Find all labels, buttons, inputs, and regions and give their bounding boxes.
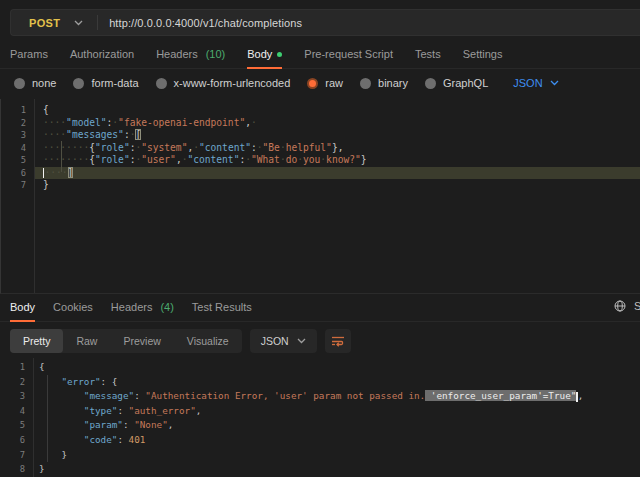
code-line[interactable]: 8} <box>0 462 640 477</box>
radio-x-www-form-urlencoded[interactable]: x-www-form-urlencoded <box>156 77 291 89</box>
code-token: [ <box>135 129 141 140</box>
code-token: "role" <box>95 142 130 153</box>
radio-binary[interactable]: binary <box>360 77 408 89</box>
tab-response-headers[interactable]: Headers(4) <box>111 301 174 313</box>
radio-none[interactable]: none <box>14 77 56 89</box>
wrap-text-icon <box>331 335 345 348</box>
code-line[interactable]: 5········{"role":·"user",·"content":·"Wh… <box>1 154 640 167</box>
code-token: } <box>39 463 45 474</box>
code-token <box>39 376 61 387</box>
code-token: }, <box>332 142 344 153</box>
code-line[interactable]: 1{ <box>1 104 640 117</box>
code-token: "role" <box>95 154 130 165</box>
code-token: "Authentication Error, 'user' param not … <box>145 390 425 401</box>
line-number: 3 <box>0 389 33 404</box>
code-token: "user" <box>141 154 176 165</box>
code-token: 401 <box>129 434 146 445</box>
code-token: "auth_error" <box>129 405 196 416</box>
view-pretty[interactable]: Pretty <box>10 329 63 353</box>
code-token: you <box>303 154 320 165</box>
code-token: "None" <box>134 419 168 430</box>
code-line[interactable]: 4 "type": "auth_error", <box>0 404 640 419</box>
tab-settings[interactable]: Settings <box>463 48 503 60</box>
radio-icon <box>14 78 25 89</box>
code-token: 'enforce_user_param'=True" <box>425 390 576 401</box>
code-line[interactable]: 1{ <box>0 360 640 375</box>
indent-guide <box>61 141 62 172</box>
code-token: , <box>578 390 584 401</box>
radio-selected-icon <box>307 78 318 89</box>
line-number: 2 <box>0 375 33 390</box>
tab-tests[interactable]: Tests <box>415 48 441 60</box>
radio-form-data[interactable]: form-data <box>73 77 138 89</box>
code-token: do <box>286 154 298 165</box>
tab-test-results[interactable]: Test Results <box>192 301 252 313</box>
code-token: ···· <box>44 167 67 178</box>
code-token: : <box>117 434 128 445</box>
line-number: 1 <box>1 104 34 117</box>
code-token: · <box>251 117 257 128</box>
tab-response-body[interactable]: Body <box>10 301 35 313</box>
code-token: ········ <box>43 142 89 153</box>
method-label: POST <box>29 17 60 29</box>
line-number: 5 <box>1 154 34 167</box>
code-token: ···· <box>43 117 66 128</box>
tab-params[interactable]: Params <box>10 48 48 60</box>
code-line[interactable]: 7 } <box>0 448 640 463</box>
url-input[interactable]: http://0.0.0.0:4000/v1/chat/completions <box>98 17 302 29</box>
code-token <box>39 434 84 445</box>
response-header-right: St <box>614 300 640 312</box>
tab-body[interactable]: Body <box>247 48 282 60</box>
code-line[interactable]: 2 "error": { <box>0 375 640 390</box>
code-token: ········ <box>43 154 89 165</box>
request-language-dropdown[interactable]: JSON <box>513 77 558 89</box>
radio-graphql[interactable]: GraphQL <box>425 77 488 89</box>
code-token: know?" <box>326 154 361 165</box>
tab-headers[interactable]: Headers(10) <box>156 48 225 60</box>
code-token: ] <box>68 167 74 178</box>
view-switcher: Pretty Raw Preview Visualize <box>10 329 242 353</box>
code-token: { <box>43 104 49 115</box>
code-token <box>39 390 84 401</box>
request-url-bar: POST http://0.0.0.0:4000/v1/chat/complet… <box>10 9 640 36</box>
line-number: 2 <box>1 117 34 130</box>
request-body-editor[interactable]: 1{2····"model":·"fake-openai-endpoint",·… <box>0 99 640 294</box>
globe-icon[interactable] <box>614 300 626 312</box>
radio-raw[interactable]: raw <box>307 77 343 89</box>
code-token: "code" <box>84 434 118 445</box>
response-language-dropdown[interactable]: JSON <box>250 329 317 353</box>
tab-pre-request-script[interactable]: Pre-request Script <box>304 48 393 60</box>
code-token: "content" <box>187 154 239 165</box>
tab-cookies[interactable]: Cookies <box>53 301 93 313</box>
code-line[interactable]: 4········{"role":·"system",·"content":·"… <box>1 142 640 155</box>
view-raw[interactable]: Raw <box>63 329 110 353</box>
code-line[interactable]: 3····"messages":·[ <box>1 129 640 142</box>
code-token: "model" <box>66 117 106 128</box>
code-token: "Be <box>263 142 280 153</box>
headers-count: (10) <box>206 48 226 60</box>
code-line[interactable]: 5 "param": "None", <box>0 418 640 433</box>
code-token: : <box>123 419 134 430</box>
radio-icon <box>73 78 84 89</box>
radio-icon <box>425 78 436 89</box>
status-text-clipped: St <box>634 300 640 312</box>
code-line[interactable]: 2····"model":·"fake-openai-endpoint",· <box>1 117 640 130</box>
code-token: "error" <box>61 376 100 387</box>
wrap-lines-button[interactable] <box>325 329 351 353</box>
code-token: "type" <box>84 405 118 416</box>
view-visualize[interactable]: Visualize <box>174 329 242 353</box>
code-line[interactable]: 6····] <box>1 167 640 180</box>
response-body-editor[interactable]: 1{2 "error": {3 "message": "Authenticati… <box>0 358 640 477</box>
line-number: 4 <box>1 142 34 155</box>
chevron-down-icon <box>74 20 83 26</box>
method-selector[interactable]: POST <box>11 17 97 29</box>
line-number: 7 <box>0 448 33 463</box>
tab-authorization[interactable]: Authorization <box>70 48 134 60</box>
code-line[interactable]: 3 "message": "Authentication Error, 'use… <box>0 389 640 404</box>
view-preview[interactable]: Preview <box>110 329 173 353</box>
code-token <box>39 405 84 416</box>
code-line[interactable]: 7} <box>1 179 640 192</box>
response-tabs: Body Cookies Headers(4) Test Results St <box>0 301 640 322</box>
indent-guide <box>47 375 48 462</box>
code-line[interactable]: 6 "code": 401 <box>0 433 640 448</box>
